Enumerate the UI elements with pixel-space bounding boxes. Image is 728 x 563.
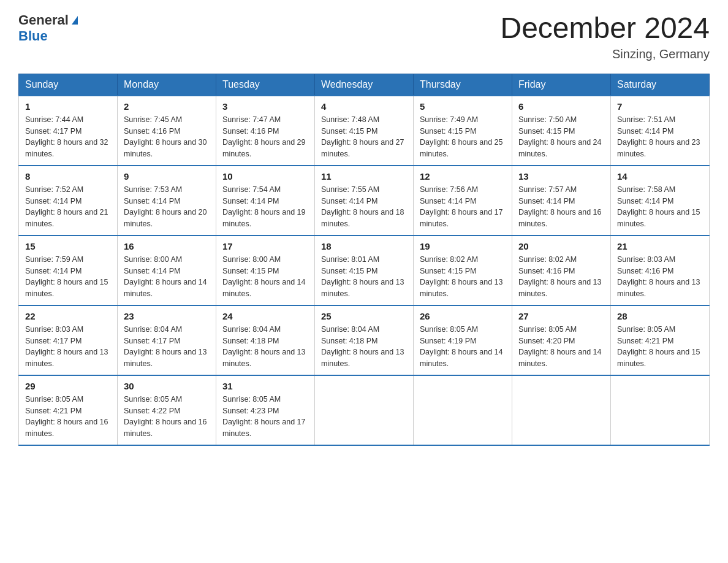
day-number: 14 <box>617 171 703 182</box>
week-row-2: 8 Sunrise: 7:52 AM Sunset: 4:14 PM Dayli… <box>19 166 710 236</box>
day-info: Sunrise: 8:03 AM Sunset: 4:17 PM Dayligh… <box>25 324 111 370</box>
calendar-cell: 2 Sunrise: 7:45 AM Sunset: 4:16 PM Dayli… <box>118 96 216 166</box>
day-info: Sunrise: 8:00 AM Sunset: 4:15 PM Dayligh… <box>222 254 308 300</box>
day-number: 31 <box>222 381 308 391</box>
day-info: Sunrise: 8:05 AM Sunset: 4:21 PM Dayligh… <box>617 324 703 370</box>
calendar-cell: 17 Sunrise: 8:00 AM Sunset: 4:15 PM Dayl… <box>216 236 315 305</box>
day-number: 28 <box>617 311 703 321</box>
logo-blue: Blue <box>18 28 78 44</box>
day-number: 30 <box>124 381 210 391</box>
week-row-4: 22 Sunrise: 8:03 AM Sunset: 4:17 PM Dayl… <box>19 305 710 375</box>
day-info: Sunrise: 8:03 AM Sunset: 4:16 PM Dayligh… <box>617 254 703 300</box>
day-number: 22 <box>25 311 111 321</box>
logo-general: General <box>18 12 69 28</box>
calendar-cell: 6 Sunrise: 7:50 AM Sunset: 4:15 PM Dayli… <box>512 96 611 166</box>
calendar-cell: 22 Sunrise: 8:03 AM Sunset: 4:17 PM Dayl… <box>19 305 118 375</box>
day-number: 17 <box>222 241 308 251</box>
header-tuesday: Tuesday <box>216 74 315 96</box>
day-number: 25 <box>321 311 407 321</box>
logo: General Blue <box>18 12 78 45</box>
calendar-cell: 29 Sunrise: 8:05 AM Sunset: 4:21 PM Dayl… <box>19 375 118 445</box>
day-info: Sunrise: 8:00 AM Sunset: 4:14 PM Dayligh… <box>124 254 210 300</box>
page-header: General Blue December 2024 Sinzing, Germ… <box>18 12 710 61</box>
calendar-cell <box>315 375 414 445</box>
day-info: Sunrise: 7:58 AM Sunset: 4:14 PM Dayligh… <box>617 184 703 230</box>
calendar-cell: 11 Sunrise: 7:55 AM Sunset: 4:14 PM Dayl… <box>315 166 414 236</box>
day-number: 12 <box>420 171 506 182</box>
header-sunday: Sunday <box>19 74 118 96</box>
calendar-cell <box>414 375 512 445</box>
calendar-cell: 18 Sunrise: 8:01 AM Sunset: 4:15 PM Dayl… <box>315 236 414 305</box>
day-info: Sunrise: 8:05 AM Sunset: 4:22 PM Dayligh… <box>124 394 210 440</box>
calendar-body: 1 Sunrise: 7:44 AM Sunset: 4:17 PM Dayli… <box>19 96 710 445</box>
day-info: Sunrise: 7:59 AM Sunset: 4:14 PM Dayligh… <box>25 254 111 300</box>
calendar-cell: 7 Sunrise: 7:51 AM Sunset: 4:14 PM Dayli… <box>611 96 710 166</box>
title-section: December 2024 Sinzing, Germany <box>500 12 710 61</box>
day-number: 20 <box>518 241 604 251</box>
header-thursday: Thursday <box>414 74 512 96</box>
day-number: 6 <box>518 101 604 112</box>
calendar-cell: 5 Sunrise: 7:49 AM Sunset: 4:15 PM Dayli… <box>414 96 512 166</box>
day-number: 13 <box>518 171 604 182</box>
calendar-cell: 25 Sunrise: 8:04 AM Sunset: 4:18 PM Dayl… <box>315 305 414 375</box>
calendar-cell <box>512 375 611 445</box>
calendar-cell: 26 Sunrise: 8:05 AM Sunset: 4:19 PM Dayl… <box>414 305 512 375</box>
week-row-1: 1 Sunrise: 7:44 AM Sunset: 4:17 PM Dayli… <box>19 96 710 166</box>
day-number: 16 <box>124 241 210 251</box>
header-wednesday: Wednesday <box>315 74 414 96</box>
week-row-3: 15 Sunrise: 7:59 AM Sunset: 4:14 PM Dayl… <box>19 236 710 305</box>
day-info: Sunrise: 7:56 AM Sunset: 4:14 PM Dayligh… <box>420 184 506 230</box>
calendar-cell: 12 Sunrise: 7:56 AM Sunset: 4:14 PM Dayl… <box>414 166 512 236</box>
day-number: 3 <box>222 101 308 112</box>
day-number: 4 <box>321 101 407 112</box>
header-friday: Friday <box>512 74 611 96</box>
day-info: Sunrise: 7:47 AM Sunset: 4:16 PM Dayligh… <box>222 114 308 160</box>
day-info: Sunrise: 7:49 AM Sunset: 4:15 PM Dayligh… <box>420 114 506 160</box>
calendar-cell: 20 Sunrise: 8:02 AM Sunset: 4:16 PM Dayl… <box>512 236 611 305</box>
day-number: 23 <box>124 311 210 321</box>
day-number: 5 <box>420 101 506 112</box>
calendar-cell: 10 Sunrise: 7:54 AM Sunset: 4:14 PM Dayl… <box>216 166 315 236</box>
day-info: Sunrise: 7:57 AM Sunset: 4:14 PM Dayligh… <box>518 184 604 230</box>
day-number: 18 <box>321 241 407 251</box>
calendar-cell: 1 Sunrise: 7:44 AM Sunset: 4:17 PM Dayli… <box>19 96 118 166</box>
day-info: Sunrise: 8:04 AM Sunset: 4:18 PM Dayligh… <box>222 324 308 370</box>
header-row: Sunday Monday Tuesday Wednesday Thursday… <box>19 74 710 96</box>
week-row-5: 29 Sunrise: 8:05 AM Sunset: 4:21 PM Dayl… <box>19 375 710 445</box>
calendar-cell: 14 Sunrise: 7:58 AM Sunset: 4:14 PM Dayl… <box>611 166 710 236</box>
day-number: 2 <box>124 101 210 112</box>
calendar-cell: 9 Sunrise: 7:53 AM Sunset: 4:14 PM Dayli… <box>118 166 216 236</box>
calendar-cell: 8 Sunrise: 7:52 AM Sunset: 4:14 PM Dayli… <box>19 166 118 236</box>
calendar-cell: 15 Sunrise: 7:59 AM Sunset: 4:14 PM Dayl… <box>19 236 118 305</box>
day-info: Sunrise: 8:05 AM Sunset: 4:21 PM Dayligh… <box>25 394 111 440</box>
calendar-cell: 31 Sunrise: 8:05 AM Sunset: 4:23 PM Dayl… <box>216 375 315 445</box>
calendar-cell: 30 Sunrise: 8:05 AM Sunset: 4:22 PM Dayl… <box>118 375 216 445</box>
day-info: Sunrise: 8:05 AM Sunset: 4:19 PM Dayligh… <box>420 324 506 370</box>
day-number: 15 <box>25 241 111 251</box>
calendar-cell: 24 Sunrise: 8:04 AM Sunset: 4:18 PM Dayl… <box>216 305 315 375</box>
day-info: Sunrise: 7:52 AM Sunset: 4:14 PM Dayligh… <box>25 184 111 230</box>
day-number: 29 <box>25 381 111 391</box>
day-info: Sunrise: 8:05 AM Sunset: 4:23 PM Dayligh… <box>222 394 308 440</box>
day-info: Sunrise: 7:51 AM Sunset: 4:14 PM Dayligh… <box>617 114 703 160</box>
month-title: December 2024 <box>500 12 710 45</box>
day-info: Sunrise: 8:01 AM Sunset: 4:15 PM Dayligh… <box>321 254 407 300</box>
calendar-cell: 13 Sunrise: 7:57 AM Sunset: 4:14 PM Dayl… <box>512 166 611 236</box>
day-info: Sunrise: 7:48 AM Sunset: 4:15 PM Dayligh… <box>321 114 407 160</box>
day-info: Sunrise: 8:05 AM Sunset: 4:20 PM Dayligh… <box>518 324 604 370</box>
day-number: 26 <box>420 311 506 321</box>
day-info: Sunrise: 8:04 AM Sunset: 4:17 PM Dayligh… <box>124 324 210 370</box>
day-number: 7 <box>617 101 703 112</box>
day-info: Sunrise: 7:44 AM Sunset: 4:17 PM Dayligh… <box>25 114 111 160</box>
day-number: 1 <box>25 101 111 112</box>
header-saturday: Saturday <box>611 74 710 96</box>
logo-triangle-icon <box>72 16 78 25</box>
day-info: Sunrise: 8:02 AM Sunset: 4:15 PM Dayligh… <box>420 254 506 300</box>
calendar-cell: 3 Sunrise: 7:47 AM Sunset: 4:16 PM Dayli… <box>216 96 315 166</box>
header-monday: Monday <box>118 74 216 96</box>
day-number: 9 <box>124 171 210 182</box>
calendar-cell: 28 Sunrise: 8:05 AM Sunset: 4:21 PM Dayl… <box>611 305 710 375</box>
day-number: 21 <box>617 241 703 251</box>
calendar-cell: 21 Sunrise: 8:03 AM Sunset: 4:16 PM Dayl… <box>611 236 710 305</box>
calendar-cell: 16 Sunrise: 8:00 AM Sunset: 4:14 PM Dayl… <box>118 236 216 305</box>
